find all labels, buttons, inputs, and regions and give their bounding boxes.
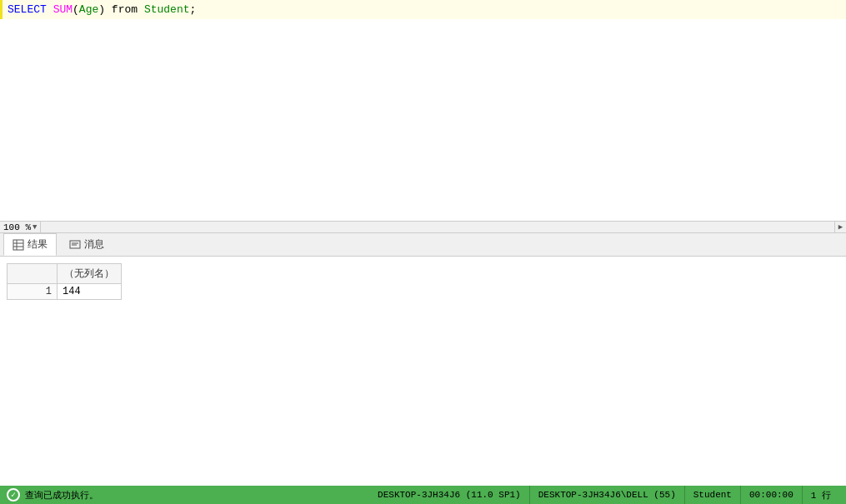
status-database: Student xyxy=(684,486,740,504)
sql-select-keyword: SELECT xyxy=(8,3,47,16)
results-tab-label: 结果 xyxy=(28,237,48,252)
tabs-bar: 结果 消息 xyxy=(0,233,846,257)
tab-results[interactable]: 结果 xyxy=(3,233,57,256)
editor-scrollbar: 100 % ▼ ▶ xyxy=(0,221,846,232)
status-bar: 查询已成功执行。 DESKTOP-3JH34J6 (11.0 SP1) DESK… xyxy=(0,486,846,504)
status-rows: 1 行 xyxy=(802,486,839,504)
zoom-label: 100 % xyxy=(3,222,31,232)
messages-tab-label: 消息 xyxy=(84,237,104,252)
status-server: DESKTOP-3JH34J6 (11.0 SP1) xyxy=(369,486,529,504)
tab-messages[interactable]: 消息 xyxy=(60,233,113,256)
sql-open-paren: ( xyxy=(73,3,79,16)
results-area[interactable]: （无列名） 1144 xyxy=(0,257,846,486)
sql-close-paren: ) xyxy=(98,3,105,16)
column-header-no-name: （无列名） xyxy=(58,264,122,284)
results-body: 1144 xyxy=(8,284,122,300)
query-line: SELECT SUM ( Age ) from Student ; xyxy=(0,0,846,19)
row-number-header xyxy=(8,264,58,284)
sql-age-column: Age xyxy=(79,3,98,16)
svg-rect-0 xyxy=(13,240,23,250)
row-number: 1 xyxy=(8,284,58,300)
status-message: 查询已成功执行。 xyxy=(25,489,369,502)
results-tab-icon xyxy=(13,239,24,251)
status-right: DESKTOP-3JH34J6 (11.0 SP1) DESKTOP-3JH34… xyxy=(369,486,839,504)
scroll-right-arrow[interactable]: ▶ xyxy=(834,222,846,233)
horizontal-scrollbar-track[interactable] xyxy=(41,222,834,232)
table-row: 1144 xyxy=(8,284,122,300)
sql-sum-function: SUM xyxy=(53,3,73,16)
check-icon xyxy=(7,488,20,502)
results-table: （无列名） 1144 xyxy=(7,263,122,300)
sql-semicolon: ; xyxy=(189,3,196,16)
zoom-dropdown-arrow[interactable]: ▼ xyxy=(33,223,37,232)
messages-tab-icon xyxy=(69,239,81,251)
status-time: 00:00:00 xyxy=(740,486,802,504)
zoom-control[interactable]: 100 % ▼ xyxy=(0,222,41,232)
sql-from-keyword: from xyxy=(105,3,144,16)
sql-space xyxy=(47,3,53,16)
row-value: 144 xyxy=(58,284,122,300)
sql-table-name: Student xyxy=(144,3,190,16)
query-editor[interactable]: SELECT SUM ( Age ) from Student ; 100 % … xyxy=(0,0,846,233)
status-connection: DESKTOP-3JH34J6\DELL (55) xyxy=(529,486,684,504)
